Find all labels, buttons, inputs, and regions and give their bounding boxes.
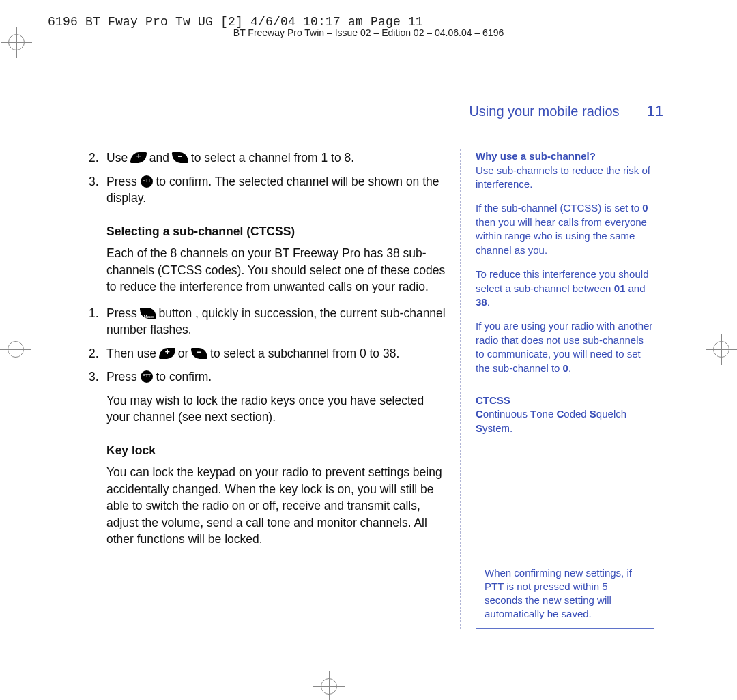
- step-text: Use: [106, 151, 131, 164]
- document-header: BT Freeway Pro Twin – Issue 02 – Edition…: [0, 27, 737, 38]
- crop-mark-icon: [38, 684, 58, 684]
- section-title: Using your mobile radios: [469, 104, 619, 119]
- crop-mark-icon: [59, 684, 59, 700]
- ptt-button-icon: PTT: [141, 370, 153, 383]
- step-number: 3.: [89, 368, 99, 385]
- minus-button-icon: −: [191, 348, 208, 359]
- main-column: 2. Use + and − to select a channel from …: [89, 149, 450, 629]
- step-text: Press: [106, 175, 141, 188]
- step-item: 3. Press PTT to confirm. The selected ch…: [89, 173, 450, 207]
- step-text: and: [149, 151, 173, 164]
- registration-mark-icon: [8, 34, 25, 50]
- body-text: You may wish to lock the radio keys once…: [106, 392, 450, 426]
- step-text: Press: [106, 306, 141, 320]
- step-number: 3.: [89, 173, 99, 190]
- heading-keylock: Key lock: [106, 442, 450, 459]
- step-item: 2. Use + and − to select a channel from …: [89, 149, 450, 166]
- plus-button-icon: +: [158, 348, 175, 359]
- step-text: to confirm. The selected channel will be…: [106, 175, 439, 205]
- step-text: or: [178, 347, 192, 360]
- step-item: 2. Then use + or − to select a subchanne…: [89, 345, 450, 362]
- step-text: Press: [106, 370, 141, 383]
- registration-mark-icon: [321, 678, 337, 695]
- step-number: 2.: [89, 345, 99, 362]
- step-item: 3. Press PTT to confirm.: [89, 368, 450, 385]
- minus-button-icon: −: [172, 152, 189, 163]
- step-text: Then use: [106, 347, 160, 360]
- registration-mark-icon: [713, 341, 729, 358]
- mode-button-icon: Mode: [139, 308, 156, 319]
- step-text: button , quickly in succession, the curr…: [106, 306, 446, 337]
- note-box: When confirming new settings, if PTT is …: [476, 559, 654, 629]
- page-number: 11: [647, 102, 663, 120]
- side-text: If the sub-channel (CTCSS) is set to 0 t…: [476, 201, 654, 258]
- header-rule: [89, 130, 666, 130]
- side-heading: Why use a sub-channel?: [476, 150, 596, 162]
- step-text: to select a subchannel from 0 to 38.: [210, 347, 399, 360]
- registration-mark-icon: [8, 341, 24, 358]
- printer-slug-line: 6196 BT Fway Pro Tw UG [2] 4/6/04 10:17 …: [48, 15, 423, 29]
- body-text: You can lock the keypad on your radio to…: [106, 464, 450, 548]
- side-text: Use sub-channels to reduce the risk of i…: [476, 164, 650, 190]
- body-text: Each of the 8 channels on your BT Freewa…: [106, 245, 450, 295]
- step-text: to select a channel from 1 to 8.: [191, 151, 354, 164]
- side-heading: CTCSS: [476, 394, 510, 406]
- page-body: Using your mobile radios 11 2. Use + and…: [89, 102, 666, 629]
- side-text: If you are using your radio with another…: [476, 319, 654, 376]
- column-divider: [460, 149, 461, 629]
- side-text: To reduce this interference you should s…: [476, 267, 654, 310]
- side-column: Why use a sub-channel? Use sub-channels …: [476, 149, 654, 629]
- step-text: to confirm.: [156, 370, 212, 383]
- plus-button-icon: +: [130, 152, 147, 163]
- step-item: 1. Press Mode button , quickly in succes…: [89, 305, 450, 338]
- ptt-button-icon: PTT: [141, 175, 153, 188]
- running-head: Using your mobile radios 11: [89, 102, 666, 120]
- step-number: 2.: [89, 149, 99, 166]
- side-text: Continuous Tone Coded Squelch System.: [476, 408, 626, 434]
- step-number: 1.: [89, 305, 99, 322]
- heading-subchannel: Selecting a sub-channel (CTCSS): [106, 223, 450, 240]
